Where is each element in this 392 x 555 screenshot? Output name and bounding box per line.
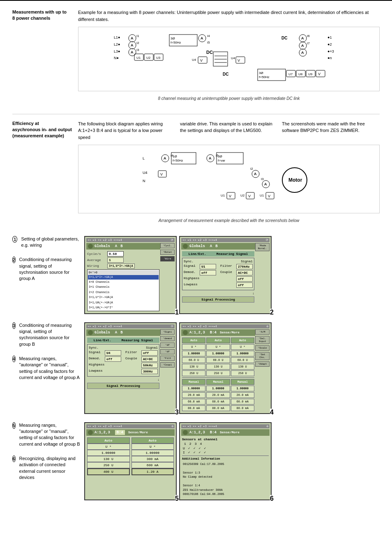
svg-i6-label: I6 bbox=[307, 34, 310, 38]
screen-3-b-tab: B bbox=[120, 331, 122, 335]
side-btn-coupl[interactable]: °Coupl bbox=[160, 362, 175, 368]
screen-5-b4-tab: B:4 bbox=[115, 430, 125, 435]
screen-6-icon bbox=[183, 430, 188, 435]
screen-1-a-tab: A bbox=[115, 244, 117, 248]
sensor-info-text: 001250309 Cal:17.09.2005 Sensor 1:3 No C… bbox=[182, 461, 269, 497]
auto-u3: U * bbox=[231, 344, 254, 350]
u-check1: ✓ bbox=[188, 446, 190, 450]
screen-1-wrapper: ▪▪ ▸1 ▪▪ ▸2 ▸3 ▪▪▪▸4 ⟳ Globals A B bbox=[84, 236, 177, 314]
screen-1: ▪▪ ▸1 ▪▪ ▸2 ▸3 ▪▪▪▸4 ⟳ Globals A B bbox=[84, 236, 177, 314]
screen-1-main: Globals A B Cycle/s 0.50 Average bbox=[86, 243, 175, 312]
lowpass-off-val[interactable]: off bbox=[236, 282, 253, 288]
screen-3-icon bbox=[88, 330, 93, 335]
side-btn-demod[interactable]: °demod bbox=[160, 336, 175, 341]
couple-acdc-3[interactable]: AC+DC bbox=[141, 356, 158, 362]
wiring-opt-2[interactable]: 4+0 Channels bbox=[88, 280, 159, 285]
wiring-opt-0[interactable]: 0<'>0 bbox=[88, 270, 159, 275]
side-btn-scale[interactable]: °Scale bbox=[255, 345, 270, 351]
screen-3-number: 3 bbox=[175, 409, 179, 416]
screen-2: ▪▪ ▸1 ▪▪ ▸2 ▸3 ▪▪▪▸4 ⟳ Globals A B bbox=[179, 236, 272, 314]
side-btn-filt[interactable]: °Filt bbox=[160, 356, 175, 361]
highpass-label-3: Highpass bbox=[89, 363, 104, 368]
lowpass-300hz[interactable]: 300Hz bbox=[141, 369, 158, 374]
side-btn-rotat[interactable]: °Rotat bbox=[160, 250, 175, 255]
svg-u1-text: U1 bbox=[136, 56, 141, 60]
highpass-off-val[interactable]: off bbox=[236, 276, 253, 282]
signal-u1-val[interactable]: U1 bbox=[200, 264, 216, 269]
side-btn-adapt[interactable]: °Adapt bbox=[255, 361, 270, 367]
wiring-label: Wiring bbox=[87, 264, 106, 268]
sense-sep bbox=[182, 377, 254, 378]
svg-i4-label: I4 bbox=[207, 34, 210, 38]
ch-2: 2 bbox=[189, 442, 191, 446]
wiring-opt-3[interactable]: 3+1 Channels bbox=[88, 284, 159, 290]
wiring-dropdown[interactable]: 0<'>0 3+1,U*I+->UA|A 4+0 Channels 3+1 Ch… bbox=[87, 269, 159, 311]
svg-3phase-text1: 3Ø bbox=[171, 37, 175, 40]
screen-row-cycle: Cycle/s 0.50 bbox=[87, 251, 159, 257]
svg-3phase-text2: f=50Hz bbox=[171, 41, 181, 44]
wiring-opt-5[interactable]: 3+1,U*I+->UA|A bbox=[88, 295, 159, 300]
ch-3: 3 bbox=[195, 442, 197, 446]
motor-l-label: L bbox=[143, 156, 145, 160]
screen-5-header: A:1,2,3 B:4 Sense/More bbox=[86, 429, 175, 436]
side-btn-am[interactable]: °A/M bbox=[255, 329, 270, 335]
list-item-4: 4 Measuring ranges, "autorange" or "manu… bbox=[12, 356, 80, 381]
cycle-value[interactable]: 0.50 bbox=[107, 251, 124, 257]
screen-1-header: Globals A B bbox=[86, 243, 160, 250]
meas-signal-label: Measuring Signal bbox=[217, 252, 248, 256]
side-btn-mode[interactable]: °ModeNorml. bbox=[255, 243, 270, 251]
wiring-opt-1[interactable]: 3+1,U*I+->UA|A bbox=[88, 275, 159, 280]
highpass-50khz[interactable]: 50kHz bbox=[141, 363, 158, 368]
side-btn-wire[interactable]: °Wire bbox=[160, 256, 175, 261]
auto-hdr-2: Auto bbox=[206, 338, 230, 343]
svg-dc-label2: DC bbox=[223, 72, 228, 76]
wiring-value[interactable]: 3+1,U*I+->UA|A bbox=[107, 264, 135, 268]
couple-label: Couple bbox=[220, 270, 232, 275]
screenshot-row-2: 3 Conditioning of measuring signal, sett… bbox=[12, 322, 380, 414]
side-btn-set-chn[interactable]: °SetChn. bbox=[255, 352, 270, 360]
screen-2-number: 2 bbox=[270, 309, 274, 316]
section-efficiency: Efficiency at asychronous in- and output… bbox=[12, 114, 380, 228]
motor-amp5-text: A bbox=[209, 156, 212, 160]
demod-off-3[interactable]: off bbox=[105, 356, 121, 362]
motor-3phase-var-text2: f=var bbox=[218, 159, 225, 162]
side-btn-df1[interactable]: °df bbox=[160, 342, 175, 348]
screen-5-250u: 250 U bbox=[87, 462, 130, 468]
average-label: Average bbox=[87, 258, 106, 262]
eff-label3: (measurement example) bbox=[12, 133, 72, 139]
demod-off-val[interactable]: off bbox=[200, 270, 216, 275]
svg-i3-label: I3 bbox=[136, 48, 139, 52]
filter-270-val[interactable]: 270kHz bbox=[236, 264, 253, 269]
signal-processing-label: Signal Processing bbox=[182, 296, 254, 303]
motor-1phase-text2: f=50Hz bbox=[173, 159, 183, 162]
wiring-opt-4[interactable]: 2+2 Channels bbox=[88, 290, 159, 295]
side-btn-cycl[interactable]: °Cycl. bbox=[160, 243, 175, 248]
side-btn-signi[interactable]: °Signi bbox=[160, 329, 175, 335]
svg-outn: ●n bbox=[327, 56, 332, 60]
side-btn-sel-input[interactable]: °Sel.Input bbox=[255, 336, 270, 344]
svg-dc-label1: DC bbox=[206, 50, 213, 55]
screen-5-130u: 130 U bbox=[87, 456, 130, 462]
screen-2-top-right: ⟳ bbox=[266, 238, 268, 242]
screen-5-u-star: U * bbox=[87, 444, 130, 450]
wiring-opt-6[interactable]: 3+1,UA(+->UA)A bbox=[88, 300, 159, 305]
num-3: 3 bbox=[12, 322, 16, 329]
signal-label: Signal bbox=[184, 264, 196, 269]
average-value[interactable]: 1 bbox=[107, 257, 124, 263]
svg-i5-label: I5 bbox=[207, 41, 210, 44]
8channel-svg: L1● L2● L3● N● U1 U2 U3 A I1 bbox=[110, 31, 348, 85]
couple-acdc-val[interactable]: AC+DC bbox=[236, 270, 253, 275]
screen-2-content: Globals A B Line/Ext. Measuring Signal bbox=[181, 243, 255, 304]
diagram-caption-8ch: 8 channel measuring at uninterruptible p… bbox=[78, 95, 380, 102]
svg-i7-label: I7 bbox=[307, 42, 310, 45]
wiring-opt-7[interactable]: 3+1,UA(+->U*I* bbox=[88, 305, 159, 310]
man-v3: 1.00000 bbox=[231, 386, 254, 391]
signal-u4-val[interactable]: U4 bbox=[105, 350, 121, 356]
signal-processing-label-3: Signal Processing bbox=[87, 383, 159, 389]
side-btn-df2[interactable]: °df bbox=[160, 349, 175, 354]
screen-3-top-right: ⟳ bbox=[171, 325, 173, 328]
screen-6-topbar: ▪▪ ▸1 ▪▪ ▸2 ▸3 ▪▪▪▸4 ⚙ bbox=[181, 424, 270, 428]
section-label-8channel: Measurements with up to 8 power channels bbox=[12, 9, 78, 102]
svg-l3-label: L3● bbox=[114, 49, 120, 53]
filter-off-val-3[interactable]: off bbox=[141, 350, 158, 356]
